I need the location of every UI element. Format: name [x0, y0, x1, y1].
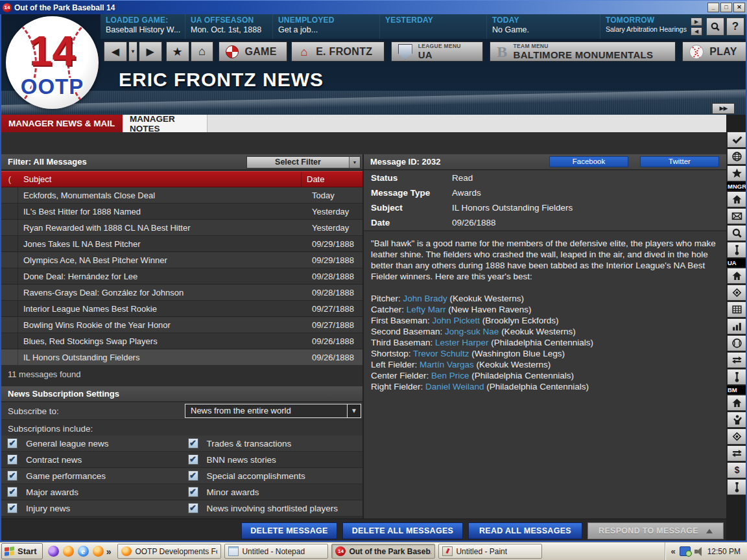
message-row[interactable]: Interior League Names Best Rookie09/27/1…: [1, 301, 362, 317]
message-date: 09/27/1888: [307, 317, 362, 332]
sidebar-wrench-button[interactable]: [727, 479, 746, 495]
tab-manager-notes[interactable]: MANAGER NOTES: [123, 115, 208, 132]
sidebar-field-button[interactable]: [727, 285, 746, 301]
message-row[interactable]: Bowling Wins Rookie of the Year Honor09/…: [1, 317, 362, 333]
sidebar-baseball-button[interactable]: [727, 335, 746, 351]
sidebar-home-button[interactable]: [727, 268, 746, 284]
message-row[interactable]: Ravens-Grays Deal: González for Johnson0…: [1, 285, 362, 301]
sidebar-field-button[interactable]: [727, 428, 746, 445]
volume-icon[interactable]: [694, 547, 704, 556]
sidebar-wrench-button[interactable]: [727, 369, 746, 385]
player-link[interactable]: Trevor Schultz: [413, 349, 469, 358]
fast-forward-icon: ▶▶: [720, 105, 728, 111]
facebook-button[interactable]: Facebook: [549, 156, 628, 167]
message-row[interactable]: Ryan Rewarded with 1888 CL NA Best Hitte…: [1, 220, 362, 236]
forward-button[interactable]: ▶: [139, 41, 162, 62]
network-icon[interactable]: [680, 546, 691, 556]
swirl-icon[interactable]: [48, 546, 59, 557]
message-row[interactable]: Olympics Ace, NA Best Pitcher Winner09/2…: [1, 252, 362, 268]
read-all-messages-button[interactable]: READ ALL MESSAGES: [468, 522, 582, 539]
taskbar-task-notepad[interactable]: Untitled - Notepad: [224, 544, 328, 559]
sidebar-globe-button[interactable]: [727, 148, 746, 165]
close-icon[interactable]: ✕: [733, 3, 745, 12]
subject-column-header[interactable]: Subject: [18, 172, 301, 187]
sidebar-swap-button[interactable]: [727, 352, 746, 368]
sidebar-mail-button[interactable]: [727, 208, 746, 224]
twitter-button[interactable]: Twitter: [640, 156, 719, 167]
firefox-icon[interactable]: [93, 546, 104, 557]
delete-all-messages-button[interactable]: DELETE ALL MESSAGES: [342, 522, 463, 539]
sidebar-grid-button[interactable]: [727, 301, 746, 318]
history-dropdown-button[interactable]: ▼: [128, 41, 137, 62]
subscribe-scope-dropdown[interactable]: News from the entire world ▼: [185, 404, 361, 418]
checkbox-checked-icon[interactable]: [7, 454, 18, 465]
date-column-header[interactable]: Date: [301, 172, 362, 187]
team-menu-button[interactable]: B TEAM MENU BALTIMORE MONUMENTALS: [490, 41, 676, 62]
manager-menu-button[interactable]: ⌂ E. FRONTZ: [291, 41, 385, 62]
maximize-icon[interactable]: □: [720, 3, 732, 12]
back-button[interactable]: ◀: [104, 41, 127, 62]
taskbar-task-paint[interactable]: Untitled - Paint: [438, 544, 542, 559]
message-body: "Ball hawk" is a good name for the membe…: [364, 231, 726, 519]
player-link[interactable]: John Brady: [403, 294, 447, 303]
checkbox-checked-icon[interactable]: [7, 487, 18, 497]
sidebar-dollar-button[interactable]: $: [727, 462, 746, 478]
start-button[interactable]: Start: [1, 543, 43, 559]
message-row[interactable]: Jones Takes IL NA Best Pitcher09/29/1888: [1, 236, 362, 252]
game-menu-button[interactable]: GAME: [219, 41, 287, 62]
tray-collapse-icon[interactable]: «: [670, 546, 675, 556]
sidebar-check-button[interactable]: [727, 132, 746, 148]
scroll-left-icon[interactable]: ◀: [691, 27, 702, 36]
league-menu-button[interactable]: LEAGUE MENU UA: [391, 41, 484, 62]
scroll-right-icon[interactable]: ▶: [691, 18, 702, 26]
sidebar-wrench-button[interactable]: [727, 242, 746, 258]
sidebar-search-button[interactable]: [727, 225, 746, 241]
game-menu-label: GAME: [244, 46, 276, 58]
play-button[interactable]: PLAY: [682, 41, 747, 62]
bookmark-button[interactable]: ★: [166, 41, 189, 62]
topbar-column: UA OFFSEASONMon. Oct. 1st, 1888: [185, 14, 272, 39]
player-link[interactable]: Lefty Marr: [407, 305, 446, 314]
ie-icon[interactable]: e: [78, 546, 89, 557]
message-row[interactable]: IL's Best Hitter for 1888 NamedYesterday: [1, 204, 362, 220]
taskbar-task-firefox[interactable]: OOTP Developments For...: [117, 544, 221, 559]
delete-message-button[interactable]: DELETE MESSAGE: [241, 522, 337, 539]
sidebar-chart-button[interactable]: [727, 318, 746, 334]
player-link[interactable]: Martín Vargas: [420, 360, 474, 369]
respond-to-message-button[interactable]: RESPOND TO MESSAGE: [587, 522, 724, 539]
home-button[interactable]: ⌂: [191, 41, 214, 62]
select-filter-dropdown[interactable]: Select Filter ▼: [246, 156, 361, 169]
checkbox-checked-icon[interactable]: [7, 471, 18, 481]
fast-forward-button[interactable]: ▶▶: [712, 103, 735, 114]
player-link[interactable]: John Pickett: [433, 316, 480, 325]
player-link[interactable]: Lester Harper: [435, 338, 489, 347]
taskbar-task-ootp[interactable]: 14Out of the Park Baseb...: [331, 544, 435, 559]
checkbox-checked-icon[interactable]: [188, 487, 198, 497]
checkbox-checked-icon[interactable]: [188, 454, 198, 465]
sidebar-star-button[interactable]: [727, 165, 746, 181]
sidebar-home-button[interactable]: [727, 395, 746, 411]
firefox-icon[interactable]: [63, 546, 74, 557]
sidebar-home-button[interactable]: [727, 191, 746, 207]
message-row[interactable]: IL Honors Outstanding Fielders09/26/1888: [1, 349, 362, 366]
player-link[interactable]: Daniel Weiland: [425, 382, 484, 391]
help-button[interactable]: ?: [726, 18, 744, 36]
sidebar-coach-button[interactable]: [727, 412, 746, 428]
message-row[interactable]: Eckfords, Monumentals Close DealToday: [1, 187, 362, 204]
quick-launch-overflow-icon[interactable]: »: [106, 546, 112, 557]
checkbox-checked-icon[interactable]: [7, 438, 18, 449]
search-button[interactable]: [706, 18, 724, 36]
checkbox-checked-icon[interactable]: [188, 438, 198, 449]
tab-manager-news-mail[interactable]: MANAGER NEWS & MAIL: [1, 115, 123, 132]
message-status-cell: [1, 333, 18, 349]
checkbox-checked-icon[interactable]: [188, 471, 198, 481]
player-link[interactable]: Ben Price: [431, 371, 469, 380]
sidebar-swap-button[interactable]: [727, 445, 746, 461]
message-row[interactable]: Done Deal: Hernández for Lee09/28/1888: [1, 268, 362, 285]
checkbox-checked-icon[interactable]: [7, 503, 18, 513]
message-row[interactable]: Blues, Red Stockings Swap Players09/26/1…: [1, 333, 362, 349]
minimize-icon[interactable]: _: [707, 3, 719, 12]
status-column-header[interactable]: (: [1, 172, 18, 187]
checkbox-checked-icon[interactable]: [188, 503, 198, 513]
player-link[interactable]: Jong-suk Nae: [445, 327, 499, 336]
